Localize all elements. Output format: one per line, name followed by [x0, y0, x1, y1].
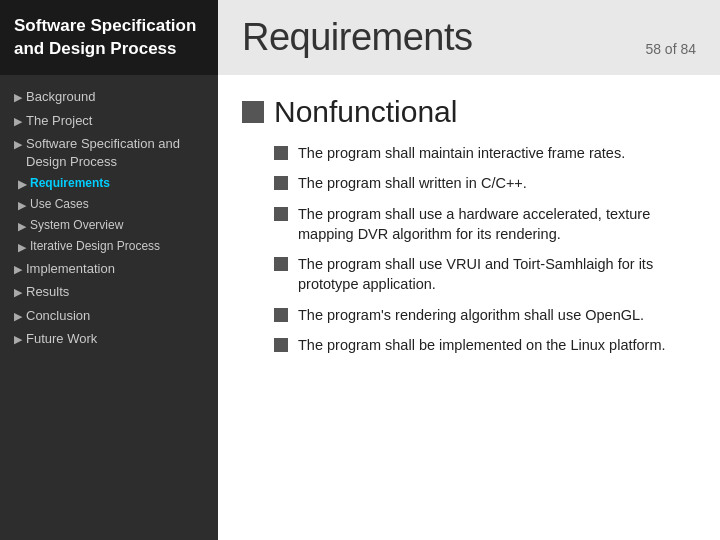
sidebar-title: Software Specification and Design Proces… [0, 0, 218, 75]
arrow-icon: ▶ [14, 285, 22, 300]
list-bullet-icon [274, 176, 288, 190]
list-bullet-icon [274, 338, 288, 352]
main-header: Requirements 58 of 84 [218, 0, 720, 75]
content-list: The program shall maintain interactive f… [274, 143, 696, 355]
main-body: Nonfunctional The program shall maintain… [218, 75, 720, 540]
section-header: Nonfunctional [242, 95, 696, 129]
slide-number: 58 of 84 [645, 41, 696, 61]
list-item: The program shall use VRUI and Toirt-Sam… [274, 254, 696, 295]
arrow-icon: ▶ [14, 114, 22, 129]
sidebar-item-system-overview[interactable]: ▶ System Overview [18, 215, 218, 236]
sidebar-item-software-spec[interactable]: ▶ Software Specification and Design Proc… [0, 132, 218, 173]
arrow-icon: ▶ [14, 262, 22, 277]
list-item: The program shall use a hardware acceler… [274, 204, 696, 245]
list-bullet-icon [274, 207, 288, 221]
section-title: Nonfunctional [274, 95, 457, 129]
list-bullet-icon [274, 257, 288, 271]
sidebar-item-future-work[interactable]: ▶ Future Work [0, 327, 218, 351]
sidebar-item-use-cases[interactable]: ▶ Use Cases [18, 194, 218, 215]
sidebar-item-results[interactable]: ▶ Results [0, 280, 218, 304]
list-item: The program shall maintain interactive f… [274, 143, 696, 163]
sidebar-item-the-project[interactable]: ▶ The Project [0, 109, 218, 133]
arrow-icon: ▶ [14, 137, 22, 152]
arrow-icon: ▶ [18, 198, 26, 213]
arrow-icon: ▶ [18, 240, 26, 255]
sidebar-nav: ▶ Background ▶ The Project ▶ Software Sp… [0, 75, 218, 540]
page-title: Requirements [242, 16, 473, 59]
arrow-icon: ▶ [14, 332, 22, 347]
arrow-icon: ▶ [14, 309, 22, 324]
list-item: The program shall be implemented on the … [274, 335, 696, 355]
arrow-icon: ▶ [18, 177, 26, 192]
sidebar-item-background[interactable]: ▶ Background [0, 85, 218, 109]
sidebar-item-conclusion[interactable]: ▶ Conclusion [0, 304, 218, 328]
sidebar-item-requirements[interactable]: ▶ Requirements [18, 173, 218, 194]
list-item: The program's rendering algorithm shall … [274, 305, 696, 325]
main-content: Requirements 58 of 84 Nonfunctional The … [218, 0, 720, 540]
section-bullet-icon [242, 101, 264, 123]
sub-nav: ▶ Requirements ▶ Use Cases ▶ System Over… [0, 173, 218, 256]
list-bullet-icon [274, 146, 288, 160]
arrow-icon: ▶ [18, 219, 26, 234]
sidebar: Software Specification and Design Proces… [0, 0, 218, 540]
arrow-icon: ▶ [14, 90, 22, 105]
sidebar-item-implementation[interactable]: ▶ Implementation [0, 257, 218, 281]
list-item: The program shall written in C/C++. [274, 173, 696, 193]
sidebar-item-iterative-design[interactable]: ▶ Iterative Design Process [18, 236, 218, 257]
list-bullet-icon [274, 308, 288, 322]
